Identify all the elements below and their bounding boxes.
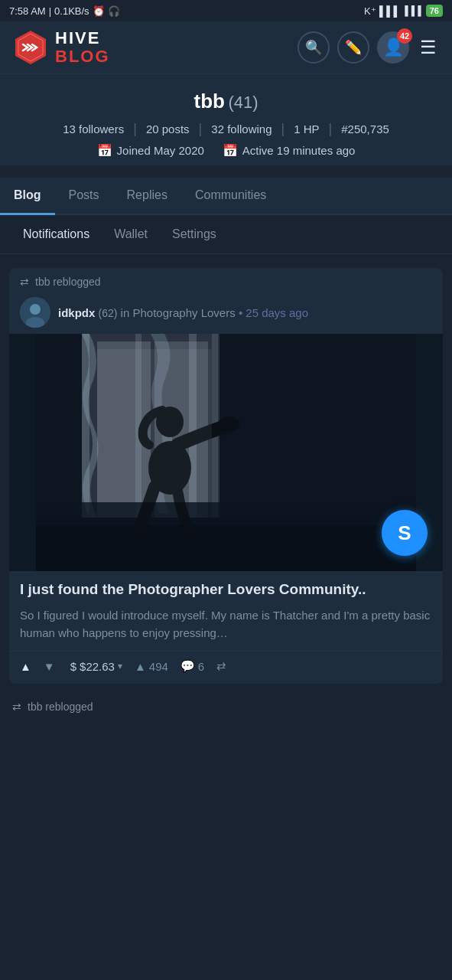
header: HIVE BLOG 🔍 ✏️ 👤 42 ☰ (0, 21, 452, 74)
data-rate: 0.1KB/s (54, 5, 89, 17)
profile-name-row: tbb (41) (12, 90, 440, 113)
vote-count-button[interactable]: ▲ 494 (135, 660, 168, 673)
author-avatar[interactable] (20, 297, 50, 328)
edit-button[interactable]: ✏️ (337, 31, 369, 64)
header-icons: 🔍 ✏️ 👤 42 ☰ (298, 31, 440, 64)
battery-indicator: 76 (426, 5, 443, 17)
search-icon: 🔍 (305, 39, 322, 56)
reblog-action-icon: ⇄ (216, 659, 226, 673)
profile-meta: 📅 Joined May 2020 📅 Active 19 minutes ag… (12, 143, 440, 158)
calendar-icon: 📅 (97, 143, 112, 158)
svg-rect-18 (97, 349, 212, 502)
alarm-icon: ⏰ (93, 5, 105, 17)
vote-dollar: $ (70, 660, 76, 673)
reblog-button[interactable]: ⇄ (216, 659, 226, 673)
active-calendar-icon: 📅 (223, 143, 238, 158)
post-actions: ▲ ▼ $ $22.63 ▾ ▲ 494 💬 6 ⇄ (9, 651, 443, 684)
logo-text: HIVE BLOG (55, 29, 110, 66)
profile-level: (41) (228, 93, 258, 112)
edit-icon: ✏️ (345, 39, 362, 56)
status-bar: 7:58 AM | 0.1KB/s ⏰ 🎧 K⁺▐▐▐ ▐▐▐ 76 (0, 0, 452, 21)
menu-button[interactable]: ☰ (417, 34, 440, 61)
shazam-button[interactable]: S (382, 510, 428, 556)
svg-point-17 (218, 416, 239, 432)
wallet-nav-item[interactable]: Wallet (103, 215, 158, 253)
post-image[interactable]: S (9, 334, 443, 571)
upvote-arrow-icon: ▲ (20, 660, 31, 673)
author-name[interactable]: idkpdx (58, 306, 95, 319)
status-right: K⁺▐▐▐ ▐▐▐ 76 (364, 5, 443, 17)
time: 7:58 AM (9, 5, 46, 17)
post-author-row[interactable]: idkpdx (62) in Photography Lovers • 25 d… (9, 292, 443, 334)
downvote-arrow-icon: ▼ (44, 660, 55, 673)
tab-blog[interactable]: Blog (0, 178, 55, 215)
vote-chevron-icon: ▾ (118, 661, 122, 671)
wifi-icon: ▐▐▐ (402, 5, 421, 16)
logo-blog: BLOG (55, 47, 110, 66)
active-text: Active 19 minutes ago (242, 144, 356, 157)
search-button[interactable]: 🔍 (298, 31, 330, 64)
profile-section: tbb (41) 13 followers | 20 posts | 32 fo… (0, 74, 452, 165)
vote-amount[interactable]: $ $22.63 ▾ (70, 660, 122, 673)
avatar-button[interactable]: 👤 42 (377, 31, 409, 64)
bottom-reblog-icon: ⇄ (12, 701, 21, 713)
author-level: (62) (99, 307, 118, 319)
settings-nav-item[interactable]: Settings (161, 215, 227, 253)
svg-rect-14 (36, 502, 416, 525)
svg-point-3 (30, 304, 41, 315)
notification-badge: 42 (397, 28, 412, 44)
notifications-nav-item[interactable]: Notifications (12, 215, 100, 253)
menu-icon: ☰ (420, 37, 437, 57)
reblog-bar: ⇄ tbb reblogged (9, 268, 443, 292)
signal-icon: K⁺▐▐▐ (364, 5, 397, 17)
posts-count: 20 posts (137, 122, 199, 136)
hive-logo-icon (12, 29, 49, 66)
post-excerpt: So I figured I would introduce myself. M… (9, 604, 443, 651)
comment-count: 6 (198, 660, 204, 673)
reblog-icon: ⇄ (20, 276, 29, 288)
post-title[interactable]: I just found the Photographer Lovers Com… (9, 571, 443, 604)
vote-count: 494 (149, 660, 168, 673)
following-count: 32 following (202, 122, 281, 136)
comment-icon: 💬 (180, 659, 195, 673)
comment-button[interactable]: 💬 6 (180, 659, 204, 673)
post-time: • (239, 306, 246, 319)
author-info: idkpdx (62) in Photography Lovers • 25 d… (58, 306, 308, 319)
active-meta: 📅 Active 19 minutes ago (223, 143, 356, 158)
rank: #250,735 (332, 122, 398, 136)
tab-posts[interactable]: Posts (55, 178, 113, 215)
downvote-button[interactable]: ▼ (44, 660, 55, 673)
svg-rect-13 (36, 518, 416, 571)
joined-text: Joined May 2020 (117, 144, 204, 157)
post-card: ⇄ tbb reblogged idkpdx (62) in Photograp… (9, 268, 443, 684)
feed: ⇄ tbb reblogged idkpdx (62) in Photograp… (0, 254, 452, 724)
post-age: 25 days ago (246, 306, 308, 319)
bottom-reblog-text: tbb reblogged (28, 701, 93, 713)
hp-count: 1 HP (285, 122, 328, 136)
vote-up-icon: ▲ (135, 660, 146, 673)
tab-replies[interactable]: Replies (113, 178, 181, 215)
post-image-svg (9, 334, 443, 571)
profile-stats: 13 followers | 20 posts | 32 following |… (12, 121, 440, 137)
status-left: 7:58 AM | 0.1KB/s ⏰ 🎧 (9, 5, 120, 17)
shazam-icon: S (398, 521, 411, 545)
reblog-text: tbb reblogged (35, 276, 101, 288)
joined-meta: 📅 Joined May 2020 (97, 143, 204, 158)
profile-username: tbb (194, 90, 225, 113)
bottom-reblog-bar: ⇄ tbb reblogged (0, 690, 452, 716)
upvote-button[interactable]: ▲ (20, 660, 31, 673)
vote-value: $22.63 (80, 660, 115, 673)
logo-hive: HIVE (55, 29, 110, 47)
logo: HIVE BLOG (12, 29, 110, 66)
headphone-icon: 🎧 (108, 5, 120, 17)
tabs-navigation: Blog Posts Replies Communities (0, 178, 452, 215)
author-community-label: in (121, 306, 133, 319)
author-community[interactable]: Photography Lovers (132, 306, 235, 319)
data-speed: | (49, 5, 51, 17)
secondary-navigation: Notifications Wallet Settings (0, 215, 452, 254)
tab-communities[interactable]: Communities (181, 178, 280, 215)
followers-count: 13 followers (54, 122, 133, 136)
